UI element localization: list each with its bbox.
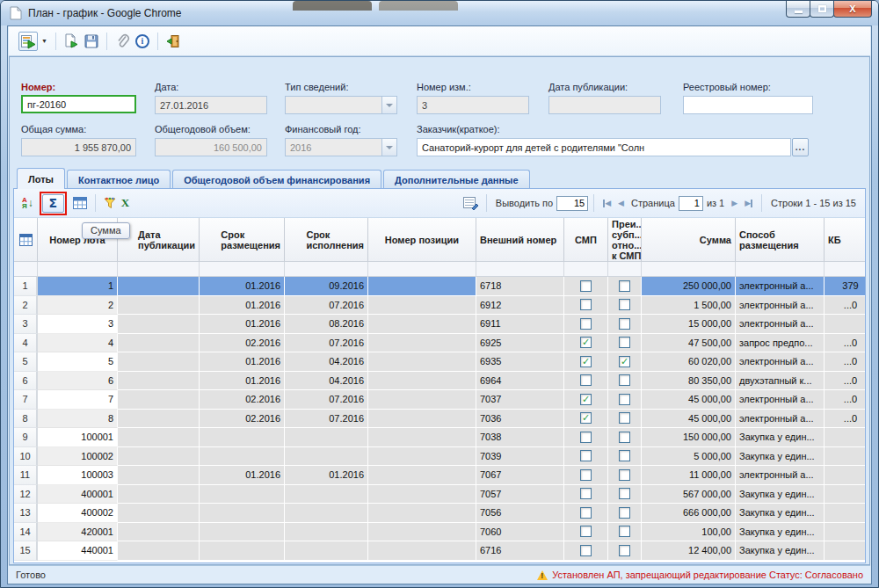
cell-sum: 666 000,00	[642, 504, 736, 523]
table-row[interactable]: 144200017060100,00Закупка у един...	[14, 523, 865, 542]
prei-checkbox[interactable]	[619, 280, 630, 292]
table-row[interactable]: 15440001671612 400,00Закупка у един...	[14, 541, 865, 561]
column-header-ext[interactable]: Внешний номер	[476, 218, 564, 262]
table-row[interactable]: 6601.201604.2016696480 350,00двухэтапный…	[14, 372, 865, 391]
prei-checkbox[interactable]	[619, 507, 630, 519]
reestr-nomer-input[interactable]	[683, 96, 813, 114]
sum-button[interactable]: Σ	[42, 194, 64, 213]
column-header-sum[interactable]: Сумма	[642, 218, 736, 262]
table-row[interactable]: 91000017038150 000,00Закупка у един...	[14, 428, 865, 447]
new-document-button[interactable]	[62, 30, 82, 53]
save-button[interactable]	[82, 30, 101, 53]
column-header-place[interactable]: Срок размещения	[200, 218, 285, 262]
prei-checkbox[interactable]	[619, 526, 630, 537]
prei-checkbox[interactable]	[619, 488, 630, 499]
smp-checkbox[interactable]	[580, 545, 592, 556]
column-header-way[interactable]: Способ размещения	[736, 218, 825, 262]
tab-loty[interactable]: Лоты	[17, 168, 65, 189]
smp-checkbox[interactable]: ✓	[580, 394, 592, 405]
smp-checkbox[interactable]	[580, 432, 592, 443]
smp-checkbox[interactable]	[580, 526, 592, 537]
table-row[interactable]: 1110000301.201601.2016706711 000,00элект…	[14, 466, 865, 485]
filter-button[interactable]	[104, 197, 116, 209]
tab-obshegodovoy-obem[interactable]: Общегодовой объем финансирования	[172, 170, 381, 189]
prei-checkbox[interactable]	[619, 318, 630, 330]
actions-split-button[interactable]: ▼	[16, 30, 50, 53]
first-page-button[interactable]: ◀	[603, 199, 611, 207]
column-header-exec[interactable]: Срок исполнения	[285, 218, 368, 262]
prei-checkbox[interactable]: ✓	[619, 356, 630, 367]
smp-checkbox[interactable]: ✓	[580, 337, 592, 348]
column-header-kbk[interactable]: КБ	[825, 218, 866, 262]
excel-export-button[interactable]: X	[121, 196, 129, 210]
column-header-pos[interactable]: Номер позиции	[368, 218, 476, 262]
attachments-button[interactable]	[113, 30, 133, 53]
fin-god-label: Финансовый год:	[285, 124, 361, 134]
column-header-prei[interactable]: Преи... субп... отно... к СМП	[608, 218, 642, 262]
table-row[interactable]: 4402.201607.20166925✓47 500,00запрос пре…	[14, 334, 865, 353]
smp-checkbox[interactable]	[580, 469, 592, 481]
smp-checkbox[interactable]	[580, 280, 592, 292]
columns-button[interactable]	[73, 197, 87, 209]
minimize-button[interactable]	[786, 1, 810, 18]
restore-button[interactable]	[810, 1, 834, 18]
prei-checkbox[interactable]	[619, 374, 630, 386]
table-row[interactable]: 5501.201604.20166935✓✓60 020,00электронн…	[14, 352, 865, 372]
exit-button[interactable]	[163, 30, 183, 53]
sort-button[interactable]: АЯ ↓	[22, 197, 33, 209]
smp-checkbox[interactable]	[580, 374, 592, 386]
last-page-button[interactable]: ▶	[745, 199, 752, 207]
zakazchik-input[interactable]: Санаторий-курорт для детей с родителями …	[417, 138, 791, 156]
fin-god-select[interactable]: 2016	[285, 138, 397, 156]
chevron-down-icon[interactable]	[381, 97, 396, 113]
prei-checkbox[interactable]	[619, 432, 630, 443]
chevron-down-icon[interactable]	[381, 139, 396, 156]
smp-checkbox[interactable]: ✓	[580, 412, 592, 424]
grid-settings-button[interactable]	[463, 197, 478, 210]
table-row[interactable]: 124000017057567 000,00Закупка у един...	[14, 485, 865, 505]
column-header-pub[interactable]: Дата публикации	[118, 218, 200, 262]
page-size-input[interactable]	[556, 196, 588, 211]
table-row[interactable]: 3301.201608.2016691115 000,00электронный…	[14, 315, 865, 334]
cell-pub	[118, 372, 200, 391]
cell-smp	[564, 372, 608, 391]
prei-checkbox[interactable]	[619, 299, 630, 310]
table-row[interactable]: 134000027056666 000,00Закупка у един...	[14, 504, 865, 523]
smp-checkbox[interactable]	[580, 299, 592, 310]
cell-sum: 12 400,00	[642, 541, 736, 561]
cell-n: 15	[14, 541, 38, 561]
prei-checkbox[interactable]	[619, 469, 630, 481]
cell-kbk: ...0	[825, 410, 865, 429]
smp-checkbox[interactable]	[580, 450, 592, 461]
table-row[interactable]: 1101.201609.20166718250 000,00электронны…	[14, 277, 865, 296]
column-header-n[interactable]	[14, 218, 38, 262]
prei-checkbox[interactable]	[619, 545, 630, 556]
tab-kontaktnoe-lico[interactable]: Контактное лицо	[67, 170, 171, 189]
smp-checkbox[interactable]	[580, 507, 592, 519]
tip-svedeniy-select[interactable]	[285, 96, 397, 114]
table-row[interactable]: 7702.201607.20167037✓45 000,00электронны…	[14, 390, 865, 410]
close-button[interactable]: X	[833, 1, 872, 18]
info-button[interactable]: i	[133, 30, 152, 53]
prev-page-button[interactable]: ◀	[618, 199, 624, 207]
smp-checkbox[interactable]: ✓	[580, 356, 592, 367]
column-header-smp[interactable]: СМП	[564, 218, 608, 262]
cell-prei	[608, 428, 642, 447]
zakazchik-browse-button[interactable]: ...	[792, 138, 809, 156]
nomer-input[interactable]: пг-20160	[21, 95, 136, 113]
table-row[interactable]: 2201.201607.201669121 500,00электронный …	[14, 296, 865, 316]
table-row[interactable]: 8802.201607.20167036✓45 000,00электронны…	[14, 410, 865, 429]
cell-kbk	[825, 523, 865, 542]
tab-dopolnitelnye-dannye[interactable]: Дополнительные данные	[383, 170, 530, 189]
prei-checkbox[interactable]	[619, 337, 630, 348]
page-input[interactable]	[679, 196, 703, 211]
sigma-icon: Σ	[48, 196, 57, 210]
prei-checkbox[interactable]	[619, 394, 630, 405]
prei-checkbox[interactable]	[619, 450, 630, 461]
smp-checkbox[interactable]	[580, 488, 592, 499]
table-row[interactable]: 1010000270395 000,00Закупка у един...	[14, 447, 865, 467]
smp-checkbox[interactable]	[580, 318, 592, 330]
next-page-button[interactable]: ▶	[731, 199, 737, 207]
cell-place	[200, 428, 285, 447]
prei-checkbox[interactable]	[619, 412, 630, 424]
